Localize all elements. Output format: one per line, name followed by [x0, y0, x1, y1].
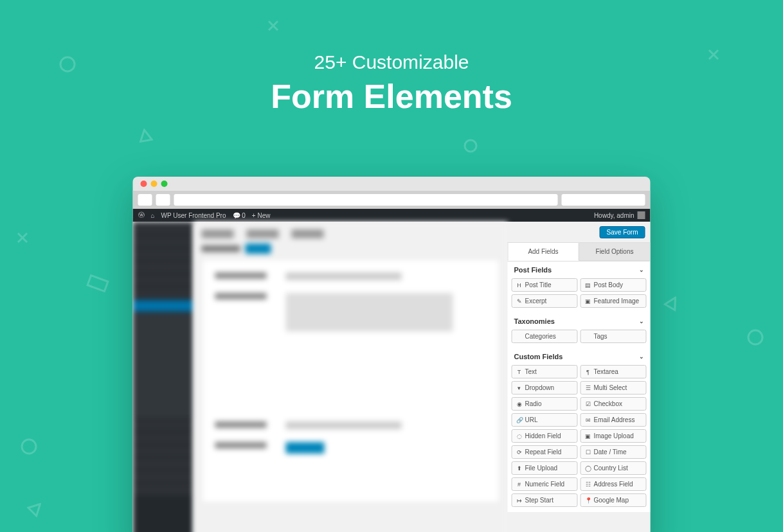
repeat-field-icon: ⟳	[516, 449, 523, 456]
field-repeat-field[interactable]: ⟳Repeat Field	[512, 445, 578, 459]
field-label: Country List	[594, 465, 628, 472]
field-label: Radio	[525, 400, 542, 407]
wp-logo-icon[interactable]: ⓦ	[138, 211, 145, 220]
svg-point-1	[22, 439, 36, 454]
svg-marker-6	[665, 295, 680, 310]
field-hidden-field[interactable]: ◌Hidden Field	[512, 429, 578, 443]
section-custom-fields[interactable]: Custom Fields ⌄	[508, 348, 651, 365]
close-dot[interactable]	[141, 181, 147, 187]
minimize-dot[interactable]	[151, 181, 158, 187]
comments-icon[interactable]: 💬 0	[233, 212, 246, 219]
hero-subtitle: 25+ Customizable	[0, 51, 783, 73]
field-label: Post Body	[594, 281, 624, 288]
url-bar[interactable]	[174, 194, 558, 206]
email-address-icon: ✉	[585, 417, 591, 423]
nav-forward[interactable]	[156, 194, 170, 206]
section-taxonomies[interactable]: Taxonomies ⌄	[508, 313, 651, 330]
browser-tabbar	[133, 191, 651, 209]
howdy-user[interactable]: Howdy, admin	[594, 211, 645, 219]
section-title: Post Fields	[514, 266, 552, 274]
field-google-map[interactable]: 📍Google Map	[580, 493, 647, 507]
tab-add-fields[interactable]: Add Fields	[508, 242, 579, 261]
hidden-field-icon: ◌	[516, 433, 523, 439]
wp-admin-sidebar	[133, 222, 194, 532]
field-label: Checkbox	[594, 400, 622, 407]
field-image-upload[interactable]: ▣Image Upload	[580, 429, 647, 443]
shape-tri	[137, 127, 153, 143]
field-label: Text	[525, 368, 537, 375]
field-checkbox[interactable]: ☑Checkbox	[580, 397, 647, 411]
address-field-icon: ☷	[585, 481, 591, 488]
section-title: Taxonomies	[514, 317, 555, 325]
step-start-icon: ↦	[516, 497, 523, 504]
country-list-icon: ◯	[585, 465, 591, 472]
home-icon[interactable]: ⌂	[151, 212, 155, 219]
field-label: URL	[525, 416, 538, 423]
site-name[interactable]: WP User Frontend Pro	[161, 212, 226, 219]
form-builder-canvas	[194, 222, 508, 532]
field-post-title[interactable]: HPost Title	[512, 278, 578, 292]
field-address-field[interactable]: ☷Address Field	[580, 477, 647, 491]
field-text[interactable]: TText	[512, 365, 578, 378]
field-dropdown[interactable]: ▾Dropdown	[512, 381, 578, 395]
image-upload-icon: ▣	[585, 433, 591, 439]
mac-titlebar	[133, 177, 651, 191]
field-radio[interactable]: ◉Radio	[512, 397, 578, 411]
field-label: Tags	[594, 333, 608, 340]
field-numeric-field[interactable]: #Numeric Field	[512, 477, 578, 491]
section-post-fields[interactable]: Post Fields ⌄	[508, 262, 651, 278]
howdy-text: Howdy, admin	[594, 212, 634, 219]
field-label: Step Start	[525, 497, 554, 504]
multi-select-icon: ☰	[585, 385, 591, 391]
section-title: Custom Fields	[514, 353, 563, 360]
url-icon: 🔗	[516, 417, 523, 423]
google-map-icon: 📍	[585, 497, 591, 504]
svg-marker-7	[28, 500, 44, 516]
nav-back[interactable]	[138, 194, 152, 206]
field-categories[interactable]: Categories	[512, 330, 578, 343]
field-date-time[interactable]: ☐Date / Time	[580, 445, 647, 459]
shape-circle	[19, 437, 39, 456]
field-textarea[interactable]: ¶Textarea	[580, 365, 647, 378]
field-label: Date / Time	[594, 448, 627, 456]
field-tags[interactable]: Tags	[580, 330, 647, 343]
chevron-down-icon: ⌄	[639, 318, 644, 324]
hero: 25+ Customizable Form Elements	[0, 0, 783, 116]
save-form-button[interactable]: Save Form	[600, 226, 645, 238]
field-country-list[interactable]: ◯Country List	[580, 461, 647, 475]
field-label: Address Field	[594, 481, 633, 488]
field-file-upload[interactable]: ⬆File Upload	[512, 461, 578, 475]
field-label: Numeric Field	[525, 481, 565, 488]
field-email-address[interactable]: ✉Email Address	[580, 413, 647, 427]
field-label: Excerpt	[525, 297, 547, 305]
checkbox-icon: ☑	[585, 401, 591, 407]
svg-point-2	[748, 330, 762, 344]
textarea-icon: ¶	[585, 369, 591, 375]
tab-field-options[interactable]: Field Options	[579, 242, 651, 261]
post-body-icon: ▤	[585, 282, 591, 288]
field-label: Categories	[525, 333, 556, 340]
fields-panel: Save Form Add Fields Field Options Post …	[508, 222, 651, 532]
chevron-down-icon: ⌄	[639, 353, 644, 360]
field-step-start[interactable]: ↦Step Start	[512, 493, 578, 507]
field-excerpt[interactable]: ✎Excerpt	[512, 294, 578, 308]
svg-marker-5	[139, 129, 152, 142]
shape-circle	[746, 328, 765, 347]
file-upload-icon: ⬆	[516, 465, 523, 472]
field-label: Image Upload	[594, 432, 634, 439]
field-url[interactable]: 🔗URL	[512, 413, 578, 427]
field-label: Post Title	[525, 281, 552, 288]
hero-title: Form Elements	[0, 77, 783, 116]
field-post-body[interactable]: ▤Post Body	[580, 278, 647, 292]
field-featured-image[interactable]: ▣Featured Image	[580, 294, 647, 308]
zoom-dot[interactable]	[161, 181, 168, 187]
new-content[interactable]: + New	[252, 212, 271, 219]
field-label: File Upload	[525, 465, 558, 472]
field-label: Textarea	[594, 368, 618, 375]
svg-point-3	[465, 140, 476, 152]
post-fields-grid: HPost Title▤Post Body✎Excerpt▣Featured I…	[508, 278, 651, 313]
shape-tri	[663, 293, 682, 312]
field-label: Repeat Field	[525, 448, 562, 456]
browser-extras	[562, 194, 645, 206]
field-multi-select[interactable]: ☰Multi Select	[580, 381, 647, 395]
